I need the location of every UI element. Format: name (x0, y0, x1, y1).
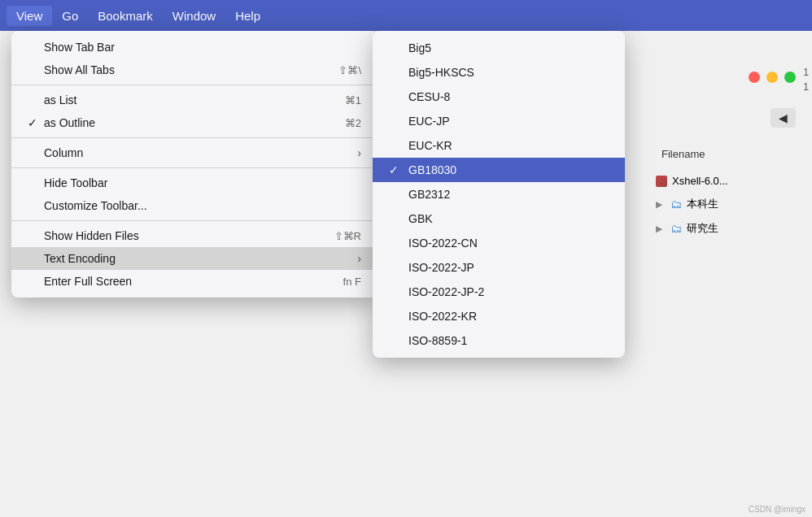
menu-item-label-enter-full-screen: Enter Full Screen (44, 275, 343, 288)
encoding-item-euc-jp[interactable]: EUC-JP (373, 109, 625, 133)
file-name: 本科生 (687, 197, 718, 211)
menu-item-show-hidden-files[interactable]: Show Hidden Files⇧⌘R (11, 224, 378, 247)
menu-item-label-customize-toolbar: Customize Toolbar... (44, 199, 361, 212)
menu-item-label-show-hidden-files: Show Hidden Files (44, 229, 334, 242)
enc-label-gb18030: GB18030 (408, 163, 609, 176)
enc-label-gb2312: GB2312 (408, 188, 609, 201)
separator (11, 220, 378, 221)
separator (11, 137, 378, 138)
encoding-item-cesu-8[interactable]: CESU-8 (373, 85, 625, 109)
encoding-item-gb18030[interactable]: ✓GB18030 (373, 158, 625, 182)
encoding-item-big5[interactable]: Big5 (373, 36, 625, 60)
list-item[interactable]: Xshell-6.0... (649, 170, 812, 192)
separator (11, 167, 378, 168)
menu-item-label-hide-toolbar: Hide Toolbar (44, 176, 361, 189)
file-panel: Filename Xshell-6.0... ▶ 🗂 本科生 ▶ 🗂 研究生 (649, 145, 812, 241)
traffic-lights (749, 72, 796, 83)
menu-item-customize-toolbar[interactable]: Customize Toolbar... (11, 194, 378, 217)
back-button[interactable]: ◀ (771, 108, 796, 128)
shortcut-show-all-tabs: ⇧⌘\ (338, 64, 361, 76)
shortcut-as-outline: ⌘2 (345, 117, 361, 129)
enc-label-iso-2022-cn: ISO-2022-CN (408, 237, 609, 250)
menu-item-label-column: Column (44, 146, 357, 159)
minimize-button[interactable] (766, 72, 778, 83)
menu-go[interactable]: Go (52, 6, 88, 26)
separator (11, 85, 378, 85)
menu-view[interactable]: View (7, 6, 52, 26)
submenu-arrow-text-encoding: › (357, 252, 361, 265)
encoding-item-iso-2022-jp[interactable]: ISO-2022-JP (373, 255, 625, 280)
enc-checkmark-gb18030: ✓ (389, 163, 408, 176)
folder-icon: 🗂 (670, 222, 682, 235)
checkmark-as-outline: ✓ (28, 116, 44, 129)
enc-label-big5: Big5 (408, 41, 609, 54)
menu-item-label-as-list: as List (44, 93, 345, 106)
chevron-right-icon: ▶ (656, 199, 662, 210)
shortcut-as-list: ⌘1 (345, 94, 361, 106)
chevron-right-icon: ▶ (656, 224, 662, 234)
menu-item-label-text-encoding: Text Encoding (44, 252, 357, 265)
menu-item-as-outline[interactable]: ✓as Outline⌘2 (11, 111, 378, 134)
encoding-item-euc-kr[interactable]: EUC-KR (373, 133, 625, 158)
enc-label-euc-jp: EUC-JP (408, 115, 609, 128)
list-item[interactable]: ▶ 🗂 研究生 (649, 216, 812, 241)
enc-label-euc-kr: EUC-KR (408, 139, 609, 152)
encoding-item-gb2312[interactable]: GB2312 (373, 182, 625, 206)
menu-item-label-show-all-tabs: Show All Tabs (44, 63, 338, 76)
enc-label-iso-8859-1: ISO-8859-1 (408, 334, 609, 347)
encoding-menu-dropdown: Big5Big5-HKSCSCESU-8EUC-JPEUC-KR✓GB18030… (373, 31, 625, 358)
shortcut-enter-full-screen: fn F (343, 276, 361, 288)
file-name: Xshell-6.0... (672, 175, 728, 187)
menu-bookmark[interactable]: Bookmark (88, 6, 163, 26)
encoding-item-gbk[interactable]: GBK (373, 206, 625, 231)
menu-window[interactable]: Window (163, 6, 225, 26)
encoding-item-iso-2022-kr[interactable]: ISO-2022-KR (373, 304, 625, 328)
enc-label-iso-2022-jp: ISO-2022-JP (408, 261, 609, 274)
menu-item-label-show-tab-bar: Show Tab Bar (44, 41, 361, 54)
menu-item-column[interactable]: Column› (11, 141, 378, 164)
file-name: 研究生 (687, 221, 718, 236)
folder-icon: 🗂 (670, 198, 682, 211)
menu-item-show-tab-bar[interactable]: Show Tab Bar (11, 36, 378, 59)
list-item[interactable]: ▶ 🗂 本科生 (649, 192, 812, 216)
top-right-numbers: 1 1 (803, 65, 809, 94)
menu-item-text-encoding[interactable]: Text Encoding› (11, 247, 378, 270)
menu-help[interactable]: Help (225, 6, 270, 26)
enc-label-gbk: GBK (408, 212, 609, 225)
encoding-item-iso-2022-jp-2[interactable]: ISO-2022-JP-2 (373, 280, 625, 304)
enc-label-big5-hkscs: Big5-HKSCS (408, 66, 609, 79)
menu-item-hide-toolbar[interactable]: Hide Toolbar (11, 172, 378, 194)
enc-label-iso-2022-jp-2: ISO-2022-JP-2 (408, 285, 609, 298)
menu-item-label-as-outline: as Outline (44, 116, 345, 129)
zip-icon (656, 176, 667, 187)
enc-label-cesu-8: CESU-8 (408, 90, 609, 103)
fullscreen-button[interactable] (784, 72, 796, 83)
submenu-arrow-column: › (357, 146, 361, 159)
encoding-item-big5-hkscs[interactable]: Big5-HKSCS (373, 60, 625, 85)
encoding-item-iso-2022-cn[interactable]: ISO-2022-CN (373, 231, 625, 255)
menubar: View Go Bookmark Window Help (0, 0, 812, 31)
menu-item-show-all-tabs[interactable]: Show All Tabs⇧⌘\ (11, 59, 378, 81)
menu-item-enter-full-screen[interactable]: Enter Full Screenfn F (11, 270, 378, 293)
enc-label-iso-2022-kr: ISO-2022-KR (408, 310, 609, 323)
encoding-item-iso-8859-1[interactable]: ISO-8859-1 (373, 328, 625, 353)
view-menu-dropdown: Show Tab BarShow All Tabs⇧⌘\as List⌘1✓as… (11, 31, 378, 298)
file-panel-header: Filename (649, 145, 812, 163)
shortcut-show-hidden-files: ⇧⌘R (334, 230, 361, 242)
menu-item-as-list[interactable]: as List⌘1 (11, 89, 378, 111)
watermark: CSDN @imingx (749, 505, 805, 514)
close-button[interactable] (749, 72, 760, 83)
back-button-area: ◀ (771, 108, 796, 128)
